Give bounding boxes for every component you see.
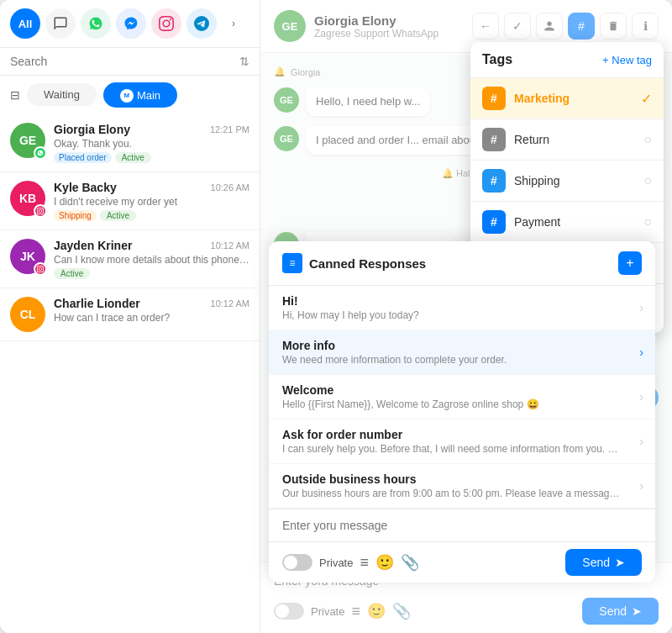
more-channels-button[interactable]: ›	[222, 12, 245, 35]
tag-item-payment[interactable]: # Payment ○	[470, 201, 664, 242]
channel-tab-sms[interactable]	[45, 8, 76, 39]
avatar: CL	[10, 297, 45, 332]
canned-responses-popup: ≡ Canned Responses + Hi! Hi, How may I h…	[269, 241, 655, 583]
channel-tab-instagram[interactable]	[151, 8, 181, 39]
canned-input-area	[269, 509, 655, 541]
tag-hash-icon: #	[482, 169, 506, 193]
tag-check-icon: ○	[643, 214, 652, 229]
add-canned-button[interactable]: +	[618, 251, 642, 275]
conv-content: Giorgia Elony 12:21 PM Okay. Thank you. …	[54, 123, 249, 163]
canned-item[interactable]: Welcome Hello {{First Name}}, Welcome to…	[269, 375, 655, 419]
filter-icon[interactable]: ⊟	[10, 88, 20, 102]
chevron-right-icon: ›	[639, 435, 643, 448]
channel-tab-messenger[interactable]	[116, 8, 146, 39]
status-badge: Active	[100, 210, 136, 221]
channel-tab-all[interactable]: All	[10, 8, 40, 39]
conversation-item[interactable]: GE Giorgia Elony 12:21 PM Okay. Thank yo…	[0, 114, 260, 172]
canned-responses-title: ≡ Canned Responses	[282, 253, 426, 273]
tag-hash-icon: #	[482, 128, 506, 151]
tag-hash-icon: #	[482, 87, 506, 110]
chat-area: GE Giorgia Elony Zagrese Support WhatsAp…	[260, 0, 672, 633]
sort-icon[interactable]: ⇅	[239, 55, 249, 68]
status-badge: Active	[115, 152, 151, 163]
chevron-right-icon: ›	[639, 301, 643, 314]
chevron-right-icon: ›	[639, 479, 643, 493]
attachment-icon-footer[interactable]: 📎	[401, 553, 419, 572]
tag-check-icon: ○	[643, 132, 652, 147]
private-label-canned: Private	[319, 557, 353, 569]
conv-content: Kyle Backy 10:26 AM I didn't receive my …	[54, 181, 249, 221]
canned-message-input[interactable]	[282, 519, 642, 532]
private-toggle-canned[interactable]	[282, 554, 312, 571]
status-badge: Active	[54, 268, 90, 279]
avatar: GE	[10, 123, 45, 158]
channel-tab-telegram[interactable]	[186, 8, 217, 39]
new-tag-button[interactable]: + New tag	[602, 54, 652, 66]
canned-item[interactable]: Ask for order number I can surely help y…	[269, 419, 655, 464]
tag-check-icon: ○	[643, 173, 652, 188]
chevron-right-icon: ›	[639, 346, 643, 359]
conversation-item[interactable]: CL Charlie Lionder 10:12 AM How can I tr…	[0, 288, 260, 341]
avatar: JK	[10, 239, 45, 274]
canned-responses-icon-footer[interactable]: ≡	[360, 554, 369, 572]
canned-item[interactable]: More info We need more information to co…	[269, 330, 655, 375]
tag-item-return[interactable]: # Return ○	[470, 119, 664, 160]
main-tab[interactable]: M Main	[103, 82, 177, 108]
conversation-item[interactable]: JK Jayden Kriner 10:12 AM Can I know mor…	[0, 230, 260, 288]
emoji-icon-footer[interactable]: 🙂	[375, 553, 394, 572]
avatar: KB	[10, 181, 45, 216]
channel-badge	[34, 204, 47, 218]
search-input[interactable]	[10, 55, 233, 68]
sidebar: All › ⇅ ⊟ Waiti	[0, 0, 260, 633]
channel-badge	[34, 262, 47, 276]
channel-badge	[34, 146, 47, 160]
channel-tab-whatsapp[interactable]	[81, 8, 111, 39]
channel-tabs: All ›	[0, 0, 260, 48]
search-bar: ⇅	[0, 48, 260, 76]
send-button-canned[interactable]: Send ➤	[565, 549, 642, 576]
tag-badge: Placed order	[54, 152, 112, 163]
canned-item[interactable]: Outside business hours Our business hour…	[269, 464, 655, 509]
tag-badge: Shipping	[54, 210, 97, 221]
canned-footer: Private ≡ 🙂 📎 Send ➤	[269, 541, 655, 583]
app-container: All › ⇅ ⊟ Waiti	[0, 0, 672, 633]
tag-item-shipping[interactable]: # Shipping ○	[470, 160, 664, 201]
conv-content: Jayden Kriner 10:12 AM Can I know more d…	[54, 239, 249, 279]
tags-popup-header: Tags + New tag	[470, 42, 664, 77]
canned-item[interactable]: Hi! Hi, How may I help you today? ›	[269, 286, 655, 330]
waiting-tab[interactable]: Waiting	[27, 83, 97, 106]
canned-responses-header: ≡ Canned Responses +	[269, 241, 655, 286]
tag-item-marketing[interactable]: # Marketing ✓	[470, 77, 664, 119]
canned-icon: ≡	[282, 253, 302, 273]
chevron-right-icon: ›	[639, 390, 643, 404]
filter-tabs: ⊟ Waiting M Main	[0, 76, 260, 114]
conv-content: Charlie Lionder 10:12 AM How can I trace…	[54, 297, 249, 324]
conversation-list: GE Giorgia Elony 12:21 PM Okay. Thank yo…	[0, 114, 260, 634]
tag-hash-icon: #	[482, 210, 506, 234]
tag-check-icon: ✓	[641, 91, 652, 107]
tags-popup-title: Tags	[482, 52, 512, 67]
conversation-item[interactable]: KB Kyle Backy 10:26 AM I didn't receive …	[0, 172, 260, 230]
